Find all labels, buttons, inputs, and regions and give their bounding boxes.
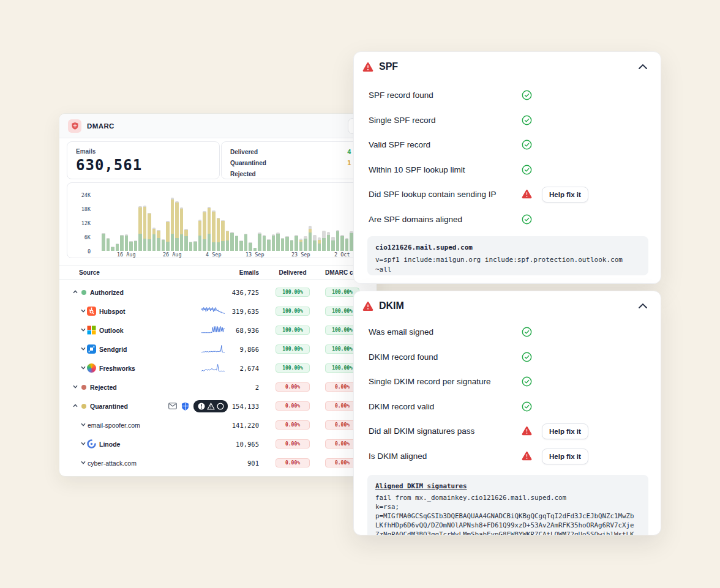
chevron-down-icon[interactable] [81, 309, 86, 313]
row-label: Outlook [99, 327, 124, 334]
table-row-authorized[interactable]: Authorized 436,725 100.00% 100.00% [59, 283, 377, 302]
alert-triangle-icon [362, 62, 373, 72]
help-fix-it-button[interactable]: Help fix it [542, 448, 588, 464]
bar-14-aug [116, 244, 119, 251]
chevron-up-icon[interactable] [73, 404, 78, 408]
chevron-down-icon[interactable] [81, 461, 86, 464]
table-row-hubspot[interactable]: Hubspot 319,635 100.00% 100.00% [59, 302, 377, 321]
pass-status [522, 214, 532, 227]
bar-3-oct [345, 238, 349, 251]
chevron-down-icon[interactable] [81, 347, 86, 351]
spf-panel-header[interactable]: SPF [354, 52, 661, 81]
bar-30-sep [331, 237, 335, 251]
dkim-panel-header[interactable]: DKIM [354, 291, 661, 321]
emails-count: 436,725 [204, 289, 259, 296]
bar-16-aug [125, 234, 129, 251]
bar-22-aug [152, 228, 156, 251]
bar-12-sep [249, 242, 252, 251]
bar-4-sep [212, 210, 216, 251]
stacked-bar-plot [102, 195, 367, 251]
bar-5-sep [217, 218, 220, 251]
help-fix-it-button[interactable]: Help fix it [542, 423, 588, 439]
x-tick: 16 Aug [117, 251, 136, 258]
status-dot-rejected [81, 385, 86, 390]
pass-status [522, 90, 532, 103]
email-volume-chart: 06K12K18K24K 16 Aug26 Aug4 Sep13 Sep23 S… [67, 182, 370, 258]
row-label: email-spoofer.com [88, 422, 140, 429]
bar-21-aug [148, 213, 151, 251]
pass-status [522, 376, 532, 389]
linode-icon [87, 439, 96, 448]
spf-domain: cio121626.mail.suped.com [375, 243, 640, 253]
spf-check-row: Valid SPF record [354, 133, 661, 157]
bar-2-oct [340, 235, 344, 251]
check-circle-icon [522, 115, 532, 125]
pass-status [522, 140, 532, 152]
table-row-rejected[interactable]: Rejected 2 0.00% 0.00% [59, 378, 377, 396]
y-tick: 6K [70, 234, 91, 240]
table-row-email-spoofer[interactable]: email-spoofer.com 141,220 0.00% 0.00% [59, 415, 377, 434]
table-row-quarantined[interactable]: Quarantined [59, 396, 377, 415]
dkim-check-row: Single DKIM record per signature [354, 370, 661, 394]
chevron-down-icon[interactable] [73, 385, 78, 389]
alert-triangle-icon [362, 301, 373, 311]
check-label: Single SPF record [369, 116, 436, 125]
collapse-chevron-icon[interactable] [639, 303, 647, 308]
check-label: Within 10 SPF lookup limit [369, 165, 465, 174]
envelope-icon[interactable] [168, 403, 177, 409]
check-label: Did all DKIM signatures pass [369, 426, 474, 436]
bar-6-sep [221, 220, 225, 251]
bar-14-sep [258, 233, 261, 251]
chevron-down-icon[interactable] [81, 328, 86, 332]
spf-record-code: cio121626.mail.suped.com v=spf1 include:… [367, 236, 648, 275]
table-row-freshworks[interactable]: Freshworks 2,674 100.00% 100.00% [59, 359, 377, 378]
bar-4-oct [350, 231, 353, 251]
emails-count: 2 [204, 384, 259, 391]
row-label: Rejected [90, 384, 117, 391]
bar-17-aug [129, 241, 133, 251]
delivered-badge: 0.00% [276, 458, 310, 467]
table-row-cyber-attack[interactable]: cyber-attack.com 901 0.00% 0.00% [59, 453, 377, 472]
emails-count: 901 [204, 460, 259, 467]
alert-triangle-icon [522, 451, 532, 461]
check-label: DKIM record found [369, 352, 438, 362]
dkim-code-line: ZzNqPAOCdM3BO3qqTcrWvLMmSbabEypG8EWBYWKR… [375, 530, 640, 535]
status-dot-quarantined [81, 404, 86, 409]
table-row-linode[interactable]: Linode 10,965 0.00% 0.00% [59, 434, 377, 453]
check-circle-icon [522, 214, 532, 225]
y-tick: 12K [70, 220, 91, 226]
collapse-chevron-icon[interactable] [639, 64, 647, 69]
x-tick: 2 Oct [334, 251, 350, 258]
bar-10-sep [239, 240, 243, 251]
bar-25-aug [166, 221, 170, 251]
delivered-badge: 100.00% [276, 288, 310, 297]
delivered-value: 4 [347, 148, 351, 156]
pass-status [522, 327, 532, 340]
check-label: SPF record found [369, 91, 433, 100]
col-source: Source [79, 269, 100, 276]
table-row-sendgrid[interactable]: Sendgrid 9,866 100.00% 100.00% [59, 340, 377, 359]
emails-label: Emails [76, 148, 211, 155]
table-row-outlook[interactable]: Outlook 68,936 100.00% 100.00% [59, 321, 377, 340]
quarantined-value: 1 [347, 159, 351, 167]
delivered-label: Delivered [230, 149, 258, 155]
status-dot-authorized [81, 290, 86, 295]
check-circle-icon [522, 401, 532, 412]
bar-18-aug [134, 240, 138, 251]
bar-22-sep [294, 235, 298, 251]
chevron-down-icon[interactable] [81, 366, 86, 370]
spf-check-row: Single SPF record [354, 108, 661, 133]
chevron-down-icon[interactable] [81, 423, 86, 426]
bar-17-sep [272, 234, 276, 251]
emails-stat-card: Emails 630,561 [67, 141, 220, 179]
help-fix-it-button[interactable]: Help fix it [542, 187, 588, 203]
blue-shield-icon[interactable] [181, 402, 189, 411]
dkim-title: DKIM [379, 300, 404, 311]
bar-26-aug [171, 198, 174, 251]
col-emails: Emails [210, 269, 259, 276]
bar-15-aug [120, 235, 124, 251]
dkim-panel: DKIM Was email signedDKIM record foundSi… [353, 291, 661, 535]
chevron-up-icon[interactable] [73, 290, 78, 294]
chevron-down-icon[interactable] [81, 442, 86, 445]
dkim-signatures-code: Aligned DKIM signatures fail from mx._do… [367, 475, 648, 535]
